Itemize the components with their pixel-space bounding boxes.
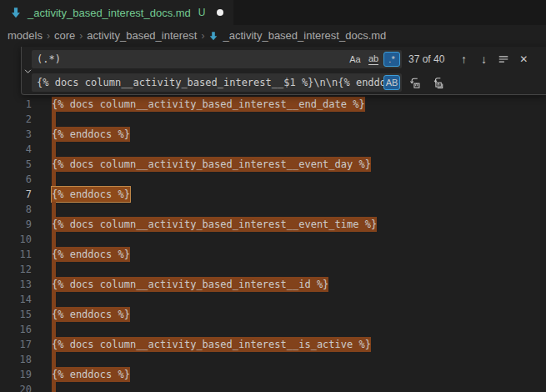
editor-line[interactable]: 4 [0,142,546,157]
find-match-empty [52,352,56,367]
line-number: 18 [0,354,32,365]
unsaved-changes-dot[interactable] [217,9,223,16]
breadcrumb-separator: › [201,30,204,42]
previous-match-button[interactable]: ↑ [456,51,471,68]
find-input-box: Aa ab .* [32,50,402,68]
regex-button[interactable]: .* [383,52,400,67]
editor-line[interactable]: 20 [0,382,546,392]
tab-bar: _activity_based_interest_docs.md U [0,0,546,25]
line-number: 11 [0,249,32,260]
dbt-file-icon [208,31,218,41]
find-nav-buttons: ↑ ↓ ✕ [456,51,531,68]
find-match: {% enddocs %} [52,127,130,142]
line-number: 10 [0,234,32,245]
editor-line[interactable]: 14 [0,292,546,307]
code-text: {% enddocs %} [52,307,130,322]
dbt-file-icon [10,7,22,18]
code-text: {% docs column__activity_based_interest_… [52,277,328,292]
arrow-down-icon: ↓ [481,53,487,66]
editor-lines: 1{% docs column__activity_based_interest… [0,46,546,392]
replace-all-button[interactable] [430,74,445,91]
editor-line[interactable]: 5{% docs column__activity_based_interest… [0,157,546,172]
editor-line[interactable]: 8 [0,202,546,217]
chevron-down-icon [23,67,33,76]
editor-line[interactable]: 15{% enddocs %} [0,307,546,322]
find-match-empty [52,322,56,337]
preserve-case-button[interactable]: AB [383,75,400,90]
find-match: {% docs column__activity_based_interest_… [52,97,365,112]
match-case-button[interactable]: Aa [347,52,363,67]
code-text: {% docs column__activity_based_interest_… [52,157,371,172]
line-number: 17 [0,339,32,350]
editor-line[interactable]: 9{% docs column__activity_based_interest… [0,217,546,232]
editor-line[interactable]: 11{% enddocs %} [0,247,546,262]
find-match: {% docs column__activity_based_interest_… [52,337,371,352]
replace-input-box: AB [32,73,402,92]
vscode-window: _activity_based_interest_docs.md U model… [0,0,546,392]
replace-icon [408,77,421,89]
find-match-empty [52,172,56,187]
replace-row: AB [32,73,541,92]
find-match-empty [52,292,56,307]
line-number: 14 [0,294,32,305]
breadcrumb-item-activity-based-interest[interactable]: activity_based_interest [87,29,197,42]
find-match-empty [52,262,56,277]
code-text: {% enddocs %} [52,187,130,202]
breadcrumb-separator: › [79,30,83,42]
find-results-count: 37 of 40 [408,53,444,65]
close-find-button[interactable]: ✕ [516,51,531,68]
git-status-badge: U [198,7,206,18]
line-number: 15 [0,309,32,320]
find-input[interactable] [37,53,347,65]
editor-line[interactable]: 7{% enddocs %} [0,187,546,202]
tab-active-file[interactable]: _activity_based_interest_docs.md U [0,0,233,25]
arrow-up-icon: ↑ [461,53,467,66]
breadcrumb-file-label: _activity_based_interest_docs.md [223,29,386,42]
line-number: 2 [0,113,32,125]
line-number: 13 [0,279,32,290]
editor-line[interactable]: 16 [0,322,546,337]
editor-line[interactable]: 6 [0,172,546,187]
line-number: 5 [0,158,32,170]
editor-line[interactable]: 3{% enddocs %} [0,127,546,142]
editor-line[interactable]: 2 [0,112,546,127]
line-number: 7 [0,188,32,200]
code-text: {% docs column__activity_based_interest_… [52,217,377,232]
replace-button[interactable] [407,74,422,91]
editor-line[interactable]: 13{% docs column__activity_based_interes… [0,277,546,292]
line-number: 19 [0,369,32,380]
find-match: {% docs column__activity_based_interest_… [52,157,371,172]
editor-line[interactable]: 19{% enddocs %} [0,367,546,382]
breadcrumb-item-models[interactable]: models [8,29,43,42]
close-icon: ✕ [519,53,528,65]
editor-line[interactable]: 1{% docs column__activity_based_interest… [0,97,546,112]
find-in-selection-button[interactable] [496,51,511,68]
replace-buttons [407,74,445,91]
find-match: {% enddocs %} [52,247,130,262]
line-number: 20 [0,384,32,392]
replace-input[interactable] [37,77,383,88]
editor-line[interactable]: 12 [0,262,546,277]
editor-line[interactable]: 18 [0,352,546,367]
current-find-match: {% enddocs %} [52,187,130,202]
tab-filename: _activity_based_interest_docs.md [28,7,191,19]
find-match: {% enddocs %} [52,367,130,382]
replace-all-icon [432,77,444,89]
line-number: 9 [0,219,32,230]
editor-line[interactable]: 10 [0,232,546,247]
find-match-empty [52,232,56,247]
find-match-empty [52,382,56,392]
find-match-empty [52,112,56,127]
breadcrumb-item-file[interactable]: _activity_based_interest_docs.md [208,29,386,42]
next-match-button[interactable]: ↓ [476,51,491,68]
line-number: 8 [0,204,32,215]
code-text: {% enddocs %} [52,367,130,382]
find-replace-widget: Aa ab .* 37 of 40 ↑ ↓ [21,47,546,95]
editor-line[interactable]: 17{% docs column__activity_based_interes… [0,337,546,352]
editor-pane[interactable]: 1{% docs column__activity_based_interest… [0,46,546,392]
code-text: {% docs column__activity_based_interest_… [52,97,365,112]
whole-word-button[interactable]: ab [365,52,382,67]
code-text: {% docs column__activity_based_interest_… [52,337,371,352]
breadcrumb-item-core[interactable]: core [54,29,75,42]
code-text: {% enddocs %} [52,127,130,142]
